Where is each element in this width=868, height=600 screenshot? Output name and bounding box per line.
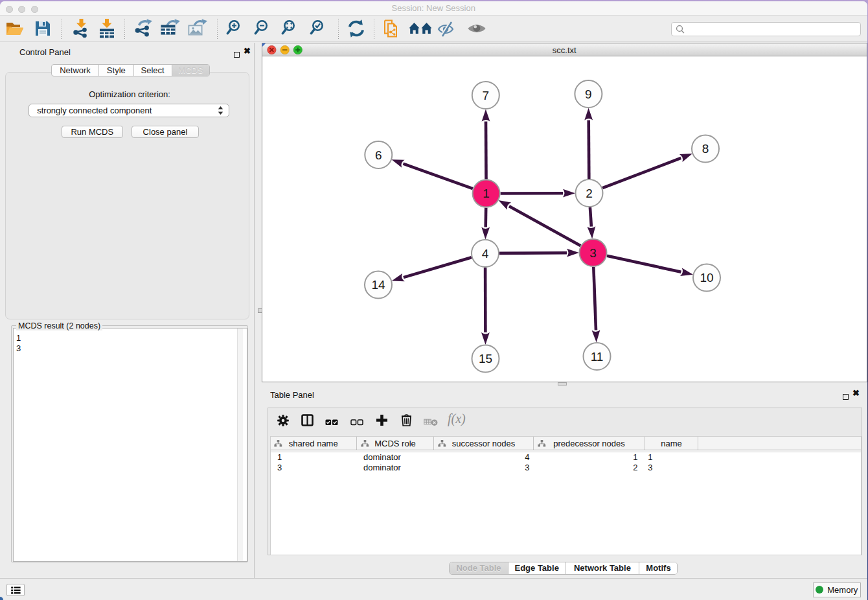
svg-text:8: 8: [702, 142, 709, 156]
svg-text:6: 6: [375, 148, 382, 161]
svg-text:7: 7: [483, 88, 490, 102]
svg-text:15: 15: [479, 352, 492, 365]
svg-text:4: 4: [482, 246, 489, 260]
svg-text:10: 10: [700, 271, 713, 284]
svg-text:3: 3: [589, 246, 597, 259]
svg-text:2: 2: [586, 186, 593, 200]
svg-text:11: 11: [591, 349, 604, 363]
svg-text:1: 1: [483, 187, 490, 200]
svg-text:14: 14: [371, 278, 385, 292]
svg-text:9: 9: [585, 87, 592, 100]
